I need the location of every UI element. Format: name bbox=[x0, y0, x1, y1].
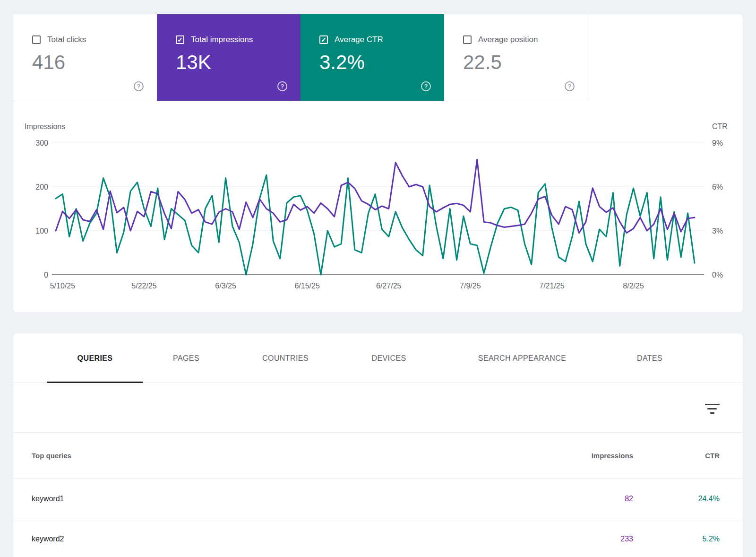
help-icon[interactable]: ? bbox=[134, 81, 144, 91]
svg-text:7/9/25: 7/9/25 bbox=[460, 282, 481, 290]
table-row[interactable]: keyword1 82 24.4% bbox=[13, 479, 743, 519]
performance-line-chart[interactable]: 3009%2006%1003%00%ImpressionsCTR5/10/255… bbox=[13, 101, 743, 312]
svg-text:5/10/25: 5/10/25 bbox=[50, 282, 75, 290]
help-icon[interactable]: ? bbox=[565, 81, 575, 91]
table-row[interactable]: keyword2 233 5.2% bbox=[13, 519, 743, 557]
tab-search-appearance[interactable]: SEARCH APPEARANCE bbox=[478, 333, 566, 383]
svg-text:0%: 0% bbox=[712, 271, 723, 279]
svg-text:100: 100 bbox=[35, 227, 48, 235]
svg-text:200: 200 bbox=[35, 183, 48, 191]
dimensions-card: QUERIES PAGES COUNTRIES DEVICES SEARCH A… bbox=[13, 333, 743, 557]
ctr-cell: 5.2% bbox=[633, 535, 720, 543]
metric-tile-average-ctr[interactable]: ✓ Average CTR 3.2% ? bbox=[301, 14, 444, 101]
total-impressions-checkbox[interactable]: ✓ bbox=[176, 35, 184, 44]
dimension-tabs: QUERIES PAGES COUNTRIES DEVICES SEARCH A… bbox=[13, 333, 743, 383]
column-header-top-queries: Top queries bbox=[32, 452, 576, 460]
svg-text:0: 0 bbox=[44, 271, 48, 279]
tab-countries[interactable]: COUNTRIES bbox=[262, 333, 309, 383]
average-position-checkbox[interactable] bbox=[463, 35, 472, 44]
svg-text:CTR: CTR bbox=[712, 122, 728, 131]
tab-pages[interactable]: PAGES bbox=[173, 333, 199, 383]
tab-devices[interactable]: DEVICES bbox=[371, 333, 406, 383]
metric-label: Total impressions bbox=[191, 35, 253, 44]
metric-value: 13K bbox=[176, 52, 301, 72]
svg-text:6/3/25: 6/3/25 bbox=[215, 282, 236, 290]
metric-value: 3.2% bbox=[319, 52, 444, 72]
help-icon[interactable]: ? bbox=[421, 81, 431, 91]
tab-dates[interactable]: DATES bbox=[637, 333, 662, 383]
table-header: Top queries Impressions CTR bbox=[13, 433, 743, 479]
filter-icon[interactable] bbox=[704, 404, 720, 414]
filter-row bbox=[13, 383, 743, 433]
svg-text:Impressions: Impressions bbox=[25, 122, 65, 131]
metric-value: 22.5 bbox=[463, 52, 588, 72]
metric-tile-average-position[interactable]: Average position 22.5 ? bbox=[444, 14, 588, 101]
metrics-row: Total clicks 416 ? ✓ Total impressions 1… bbox=[13, 14, 588, 101]
tab-queries[interactable]: QUERIES bbox=[47, 333, 143, 383]
svg-text:5/22/25: 5/22/25 bbox=[131, 282, 156, 290]
query-cell: keyword2 bbox=[32, 535, 576, 543]
impressions-cell: 233 bbox=[576, 535, 633, 543]
average-ctr-checkbox[interactable]: ✓ bbox=[319, 35, 328, 44]
metric-label: Average CTR bbox=[335, 35, 383, 44]
metric-tile-total-clicks[interactable]: Total clicks 416 ? bbox=[13, 14, 157, 101]
help-icon[interactable]: ? bbox=[277, 81, 287, 91]
query-cell: keyword1 bbox=[32, 495, 576, 503]
performance-card: Total clicks 416 ? ✓ Total impressions 1… bbox=[13, 14, 743, 312]
column-header-impressions[interactable]: Impressions bbox=[576, 452, 633, 460]
svg-text:7/21/25: 7/21/25 bbox=[539, 282, 564, 290]
metric-label: Average position bbox=[478, 35, 538, 44]
ctr-cell: 24.4% bbox=[633, 495, 720, 503]
svg-text:300: 300 bbox=[35, 139, 48, 147]
impressions-cell: 82 bbox=[576, 495, 633, 503]
svg-text:8/2/25: 8/2/25 bbox=[623, 282, 644, 290]
metric-label: Total clicks bbox=[47, 35, 86, 44]
svg-text:9%: 9% bbox=[712, 139, 723, 147]
metric-tile-total-impressions[interactable]: ✓ Total impressions 13K ? bbox=[157, 14, 301, 101]
svg-text:3%: 3% bbox=[712, 227, 723, 235]
metric-value: 416 bbox=[32, 52, 157, 72]
svg-text:6%: 6% bbox=[712, 183, 723, 191]
total-clicks-checkbox[interactable] bbox=[32, 35, 41, 44]
svg-text:6/27/25: 6/27/25 bbox=[376, 282, 401, 290]
svg-text:6/15/25: 6/15/25 bbox=[294, 282, 319, 290]
column-header-ctr[interactable]: CTR bbox=[633, 452, 720, 460]
